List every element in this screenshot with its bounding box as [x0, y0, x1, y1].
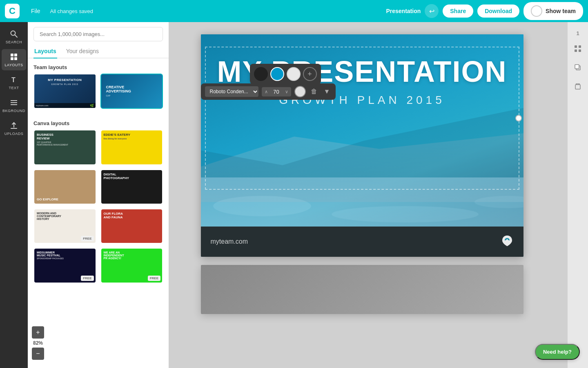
need-help-button[interactable]: Need help?: [535, 344, 580, 360]
svg-point-13: [474, 196, 523, 208]
font-select[interactable]: Roboto Conden...: [205, 86, 258, 97]
saved-status: All changes saved: [50, 8, 94, 14]
tab-layouts[interactable]: Layouts: [33, 45, 57, 58]
free-badge: FREE: [148, 276, 160, 281]
svg-rect-17: [579, 49, 581, 52]
svg-text:T: T: [11, 76, 16, 83]
svg-rect-3: [14, 54, 17, 56]
sidebar-item-layouts[interactable]: LAYOUTS: [2, 49, 26, 70]
color-black[interactable]: [254, 67, 268, 81]
presentation-label: Presentation: [386, 8, 421, 14]
sidebar-icons: SEARCH LAYOUTS T TEXT: [0, 22, 28, 368]
panel-tabs: Layouts Your designs: [28, 45, 169, 58]
sidebar-item-text[interactable]: T TEXT: [2, 72, 26, 93]
main-layout: SEARCH LAYOUTS T TEXT: [0, 0, 588, 368]
show-team-button[interactable]: Show team: [523, 2, 583, 20]
grid-view-button[interactable]: [571, 42, 584, 55]
zoom-value: 82%: [33, 340, 43, 346]
slide-wrapper: + Roboto Conden... ∧ 70 ∨ 🗑 ▼: [201, 34, 523, 257]
free-badge: FREE: [81, 276, 94, 281]
layout-thumb-go-explore[interactable]: GO EXPLORE: [33, 169, 96, 204]
background-icon: [9, 98, 18, 107]
left-panel: Layouts Your designs Team layouts MY PRE…: [28, 22, 169, 368]
sidebar-uploads-label: UPLOADS: [4, 132, 24, 136]
layout-thumb-digital-photography[interactable]: DIGITALPHOTOGRAPHY: [100, 169, 163, 204]
color-blue[interactable]: [270, 67, 284, 81]
slide-bottom-bar: myteam.com: [201, 227, 523, 257]
zoom-out-button[interactable]: −: [32, 348, 44, 360]
avatar: [531, 5, 542, 17]
sidebar-item-uploads[interactable]: UPLOADS: [2, 118, 26, 139]
layout-thumb-midsummer[interactable]: MIDSUMMERMUSIC FESTIVAL SPONSORSHIP PACK…: [33, 248, 96, 283]
slide-container[interactable]: MY PRESENTATION GROWTH PLAN 2015 myteam.…: [201, 34, 523, 257]
layouts-icon: [9, 52, 18, 61]
slide-background: MY PRESENTATION GROWTH PLAN 2015: [201, 34, 523, 227]
font-size-control: ∧ 70 ∨: [262, 87, 291, 96]
canva-logo-icon: C: [5, 4, 20, 18]
right-panel: 1: [568, 22, 588, 368]
svg-rect-16: [575, 49, 577, 52]
copy-button[interactable]: [571, 61, 584, 74]
font-delete-button[interactable]: 🗑: [309, 86, 319, 97]
layout-thumb-modern-contemporary[interactable]: MODERN ANDCONTEMPORARYHISTORY FREE: [33, 209, 96, 244]
text-icon: T: [9, 75, 18, 84]
zoom-controls: + 82% −: [32, 326, 44, 360]
svg-rect-19: [575, 65, 579, 69]
canva-logo[interactable]: C: [5, 4, 20, 18]
font-dropdown-button[interactable]: ▼: [322, 86, 332, 97]
layout-thumb-independent-pr[interactable]: WE ARE ANINDEPENDENTPR AGENCY/ FREE: [100, 248, 163, 283]
layout-thumb-business-review[interactable]: BUSINESSREVIEW 1ST QUARTERPERFORMANCE MA…: [33, 130, 96, 165]
team-layouts-grid: MY PRESENTATION GROWTH PLAN 2015 myteam.…: [28, 74, 169, 114]
font-size-down[interactable]: ∧: [262, 87, 271, 96]
download-button[interactable]: Download: [477, 4, 519, 18]
undo-button[interactable]: ↩: [425, 4, 439, 18]
slide-container-2[interactable]: [201, 265, 523, 314]
file-menu[interactable]: File: [28, 6, 44, 16]
team-layouts-title: Team layouts: [28, 58, 169, 74]
slide-website: myteam.com: [211, 238, 248, 245]
sidebar-item-search[interactable]: SEARCH: [2, 26, 26, 47]
svg-point-11: [213, 196, 311, 216]
canvas-area[interactable]: + Roboto Conden... ∧ 70 ∨ 🗑 ▼: [169, 22, 568, 368]
topbar-right: Presentation ↩ Share Download Show team: [386, 2, 583, 20]
svg-rect-15: [579, 45, 581, 48]
topbar: C File All changes saved Presentation ↩ …: [0, 0, 588, 22]
layout-thumb-my-presentation[interactable]: MY PRESENTATION GROWTH PLAN 2015 myteam.…: [33, 74, 96, 109]
color-add-button[interactable]: +: [303, 67, 317, 81]
slide-logo-icon: [501, 234, 514, 249]
free-badge: FREE: [81, 236, 94, 241]
font-color-picker[interactable]: [294, 86, 306, 97]
search-icon: [9, 29, 18, 38]
search-bar: [28, 22, 169, 45]
svg-line-1: [15, 35, 17, 37]
sidebar-search-label: SEARCH: [6, 40, 22, 44]
sidebar-layouts-label: LAYOUTS: [5, 63, 23, 67]
search-input[interactable]: [33, 27, 163, 41]
tab-your-designs[interactable]: Your designs: [65, 45, 100, 58]
svg-rect-5: [14, 57, 17, 60]
svg-rect-20: [575, 85, 580, 89]
layout-thumb-creative-advertising[interactable]: CREATIVEADVERTISING CAP: [100, 74, 163, 109]
font-size-up[interactable]: ∨: [282, 87, 291, 96]
zoom-in-button[interactable]: +: [32, 326, 44, 339]
color-white[interactable]: [287, 67, 301, 81]
layout-thumb-flora-fauna[interactable]: OUR FLORAAND FAUNA: [100, 209, 163, 244]
svg-rect-4: [11, 57, 13, 60]
font-toolbar: Roboto Conden... ∧ 70 ∨ 🗑 ▼: [201, 83, 336, 100]
sidebar-item-background[interactable]: BKGROUND: [2, 95, 26, 116]
svg-point-12: [332, 206, 479, 222]
canva-layouts-title: Canva layouts: [28, 114, 169, 130]
svg-rect-2: [11, 54, 13, 56]
slide-number: 1: [576, 30, 579, 36]
upload-icon: [9, 121, 18, 130]
color-picker-toolbar: +: [250, 64, 321, 84]
sidebar-text-label: TEXT: [9, 86, 19, 90]
font-size-value: 70: [271, 89, 282, 95]
canva-layouts-grid: BUSINESSREVIEW 1ST QUARTERPERFORMANCE MA…: [28, 130, 169, 289]
delete-button[interactable]: [571, 80, 584, 93]
share-button[interactable]: Share: [443, 4, 473, 18]
svg-rect-14: [575, 45, 577, 48]
sidebar-bkground-label: BKGROUND: [2, 109, 25, 113]
layout-thumb-eddies-eatery[interactable]: EDDIE'S EATERY fine dining for everyone: [100, 130, 163, 165]
